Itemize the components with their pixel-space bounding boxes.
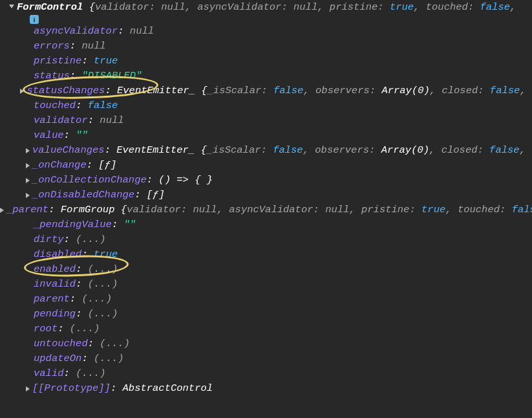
property-key: _onChange [32,158,87,173]
expand-toggle-icon[interactable] [26,148,30,153]
property-row-untouched[interactable]: untouched: (...) [0,336,532,351]
property-row-valid[interactable]: valid: (...) [0,366,532,381]
property-row-invalid[interactable]: invalid: (...) [0,277,532,292]
property-key: enabled [34,262,76,277]
property-row-prototype[interactable]: [[Prototype]]: AbstractControl [0,381,532,396]
property-row-parent[interactable]: parent: (...) [0,292,532,307]
property-value: false [88,98,118,113]
property-value: (...) [76,232,106,247]
property-key: disabled [34,247,81,262]
property-key: valid [34,366,64,381]
property-row-valuechanges[interactable]: valueChanges: EventEmitter_ {_isScalar: … [0,143,532,158]
property-row-value[interactable]: value: "" [0,128,532,143]
property-value: AbstractControl [123,381,213,396]
property-row-updateon[interactable]: updateOn: (...) [0,351,532,366]
property-key: status [34,69,70,83]
property-value: (...) [88,307,118,322]
property-row-touched[interactable]: touched: false [0,98,532,113]
property-key: validator [34,113,88,128]
property-row-disabled[interactable]: disabled: true [0,247,532,262]
property-row-_parent[interactable]: _parent: FormGroup {validator: null, asy… [0,203,532,217]
property-key: [[Prototype]] [32,381,111,396]
property-row-_oncollectionchange[interactable]: _onCollectionChange: () => { } [0,173,532,188]
property-key: _parent [6,203,48,217]
property-value: true [94,247,118,262]
property-value: (...) [88,277,118,292]
expand-toggle-icon[interactable] [26,386,30,391]
property-value: null [130,24,154,39]
expand-toggle-icon[interactable] [9,5,14,11]
property-row-root[interactable]: root: (...) [0,322,532,336]
property-key: valueChanges [32,143,105,158]
property-key: untouched [34,336,88,351]
property-key: asyncValidator [34,24,118,39]
property-value: true [94,54,118,69]
property-value: (...) [88,262,118,277]
expand-toggle-icon[interactable] [0,208,4,213]
property-row-_pendingvalue[interactable]: _pendingValue: "" [0,217,532,232]
property-value: (...) [100,336,130,351]
property-row-dirty[interactable]: dirty: (...) [0,232,532,247]
property-key: touched [34,98,76,113]
property-key: pending [34,307,76,322]
info-icon[interactable]: i [30,15,39,24]
property-key: _onDisabledChange [32,188,134,203]
property-key: root [34,322,58,336]
property-row-asyncvalidator[interactable]: asyncValidator: null [0,24,532,39]
property-key: _onCollectionChange [32,173,147,188]
property-value: "" [124,217,136,232]
property-row-validator[interactable]: validator: null [0,113,532,128]
class-name: FormControl [17,0,83,15]
expand-toggle-icon[interactable] [26,178,30,183]
property-value: (...) [81,292,112,307]
property-key: updateOn [34,351,81,366]
property-value: null [81,39,105,54]
property-value: (...) [70,322,100,336]
property-value: (...) [94,351,124,366]
property-row-_onchange[interactable]: _onChange: [ƒ] [0,158,532,173]
expand-toggle-icon[interactable] [26,163,30,168]
property-row-pristine[interactable]: pristine: true [0,54,532,69]
property-key: dirty [34,232,64,247]
expand-toggle-icon[interactable] [20,89,24,94]
property-value: null [100,113,123,128]
property-key: statusChanges [27,83,105,98]
info-row: i [0,15,532,24]
property-row-statuschanges[interactable]: statusChanges: EventEmitter_ {_isScalar:… [0,83,532,98]
property-key: errors [34,39,70,54]
expand-toggle-icon[interactable] [26,193,30,198]
property-key: parent [34,292,70,307]
property-value: (...) [76,366,106,381]
property-key: invalid [34,277,76,292]
property-row-enabled[interactable]: enabled: (...) [0,262,532,277]
property-row-status[interactable]: status: "DISABLED" [0,69,532,83]
property-row-_ondisabledchange[interactable]: _onDisabledChange: [ƒ] [0,188,532,203]
object-header[interactable]: FormControl {validator: null, asyncValid… [0,0,532,15]
property-row-pending[interactable]: pending: (...) [0,307,532,322]
property-row-errors[interactable]: errors: null [0,39,532,54]
property-key: pristine [34,54,81,69]
property-value: "DISABLED" [81,69,142,83]
property-value: () => { } [158,173,213,188]
property-key: _pendingValue [34,217,112,232]
property-value: "" [76,128,88,143]
property-key: value [34,128,64,143]
